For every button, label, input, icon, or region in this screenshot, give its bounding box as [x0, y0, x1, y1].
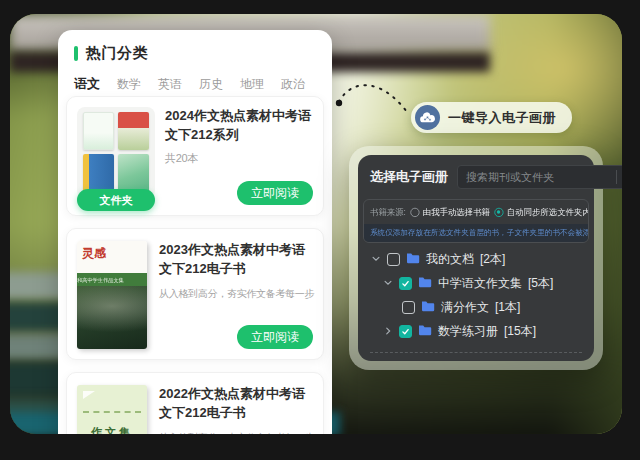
radio-auto-sync[interactable]: 自动同步所选文件夹内的书: [494, 206, 589, 218]
book-source-box: 书籍来源: 由我手动选择书籍 自动同步所选文件夹内的书: [363, 199, 589, 243]
checkbox-checked[interactable]: [399, 325, 412, 338]
tree-row-my-documents[interactable]: 我的文档 [2本]: [368, 247, 586, 271]
card-title: 2024作文热点素材中考语文下212系列: [165, 107, 317, 145]
paper-plane-doodle: [83, 391, 95, 399]
card-title: 2022作文热点素材中考语文下212电子书: [159, 385, 317, 423]
select-album-dialog-frame: 选择电子画册: [349, 146, 603, 370]
mini-cover: [118, 154, 149, 192]
dashed-divider: [370, 352, 582, 353]
hot-categories-panel: 热门分类 语文 数学 英语 历史 地理 政治: [58, 30, 332, 434]
chevron-down-icon[interactable]: [370, 254, 381, 265]
app-screenshot: 热门分类 语文 数学 英语 历史 地理 政治: [0, 0, 640, 460]
book-card-2023[interactable]: 灵感 和高中学生作品文集 2023作文热点素材中考语文下212电子书 从入格到高…: [66, 228, 324, 360]
tree-label: 满分作文: [441, 299, 489, 316]
book-cover-2023: 灵感 和高中学生作品文集: [77, 241, 147, 349]
panel-title: 热门分类: [86, 44, 148, 63]
chevron-down-icon[interactable]: [382, 278, 393, 289]
book-card-2022[interactable]: 作文集 2022作文热点素材中考语文下212电子书 从入格到高分，夯实作文备考每…: [66, 372, 324, 434]
checkbox-unchecked[interactable]: [402, 301, 415, 314]
tab-politics[interactable]: 政治: [281, 76, 305, 93]
card-meta: 共20本: [165, 151, 198, 166]
tab-english[interactable]: 英语: [158, 76, 182, 93]
cloud-upload-icon: [415, 105, 440, 130]
chevron-right-icon[interactable]: [382, 326, 393, 337]
cover-photo: [77, 286, 147, 349]
mini-cover: [83, 154, 114, 192]
dialog-header: 选择电子画册: [370, 165, 584, 189]
tree-label: 中学语文作文集: [438, 275, 522, 292]
cover-title-text: 作文集: [77, 425, 147, 434]
read-now-button[interactable]: 立即阅读: [237, 181, 313, 205]
book-cover-2022: 作文集: [77, 385, 147, 434]
search-box[interactable]: [457, 165, 622, 189]
book-card-2024-folder[interactable]: 文件夹 2024作文热点素材中考语文下212系列 共20本 立即阅读: [66, 96, 324, 216]
card-meta: 从入格到高分，夯实作文备考每一步: [159, 431, 314, 434]
book-source-row: 书籍来源: 由我手动选择书籍 自动同步所选文件夹内的书: [364, 200, 588, 224]
radio-icon: [410, 207, 419, 216]
search-icon[interactable]: [617, 171, 622, 183]
cover-title-text: 灵感: [82, 245, 106, 262]
tree-count: [1本]: [495, 299, 520, 316]
checkbox-checked[interactable]: [399, 277, 412, 290]
folder-icon: [418, 274, 432, 292]
read-now-button[interactable]: 立即阅读: [237, 325, 313, 349]
tab-geography[interactable]: 地理: [240, 76, 264, 93]
tree-row-top-essays[interactable]: 满分作文 [1本]: [368, 295, 586, 319]
book-card-list: 文件夹 2024作文热点素材中考语文下212系列 共20本 立即阅读 灵感 和高…: [66, 96, 324, 434]
search-input[interactable]: [458, 171, 616, 183]
source-label: 书籍来源:: [370, 206, 406, 218]
tab-history[interactable]: 历史: [199, 76, 223, 93]
select-album-dialog: 选择电子画册: [358, 155, 594, 361]
accent-bar: [74, 46, 78, 61]
tree-count: [5本]: [528, 275, 553, 292]
sync-notice-text: 系统仅添加存放在所选文件夹首层的书，子文件夹里的书不会被添加: [370, 228, 589, 239]
tree-count: [15本]: [504, 323, 536, 340]
folder-thumbnail-grid: [77, 107, 155, 199]
card-meta: 从入格到高分，夯实作文备考每一步: [159, 287, 314, 301]
folder-icon: [406, 250, 420, 268]
tree-row-math-workbooks[interactable]: 数学练习册 [15本]: [368, 319, 586, 343]
sync-notice: 系统仅添加存放在所选文件夹首层的书，子文件夹里的书不会被添加: [364, 224, 588, 242]
folder-icon: [418, 322, 432, 340]
folder-tree: 我的文档 [2本] 中学语文作文集 [: [368, 247, 586, 343]
tab-math[interactable]: 数学: [117, 76, 141, 93]
cover-band-text: 和高中学生作品文集: [77, 276, 124, 283]
folder-icon: [421, 298, 435, 316]
subject-tabs: 语文 数学 英语 历史 地理 政治: [74, 75, 332, 93]
radio-manual-select[interactable]: 由我手动选择书籍: [410, 206, 490, 218]
scallop-doodle: [83, 411, 141, 417]
tree-row-chinese-essays[interactable]: 中学语文作文集 [5本]: [368, 271, 586, 295]
tree-count: [2本]: [480, 251, 505, 268]
checkbox-unchecked[interactable]: [387, 253, 400, 266]
import-album-label: 一键导入电子画册: [448, 109, 556, 127]
folder-badge: 文件夹: [77, 189, 155, 211]
import-album-button[interactable]: 一键导入电子画册: [411, 102, 572, 133]
dialog-title: 选择电子画册: [370, 168, 448, 186]
tab-chinese[interactable]: 语文: [74, 75, 100, 93]
cover-band: 和高中学生作品文集: [77, 273, 147, 286]
tree-label: 我的文档: [426, 251, 474, 268]
radio-label: 自动同步所选文件夹内的书: [507, 206, 589, 218]
tree-label: 数学练习册: [438, 323, 498, 340]
radio-label: 由我手动选择书籍: [423, 206, 490, 218]
mini-cover: [118, 112, 149, 150]
mini-cover: [83, 112, 114, 150]
card-title: 2023作文热点素材中考语文下212电子书: [159, 241, 317, 279]
cover-header: 灵感: [77, 241, 147, 273]
radio-icon-selected: [494, 207, 503, 216]
background-photo: 热门分类 语文 数学 英语 历史 地理 政治: [10, 14, 622, 434]
panel-header: 热门分类: [58, 30, 332, 63]
